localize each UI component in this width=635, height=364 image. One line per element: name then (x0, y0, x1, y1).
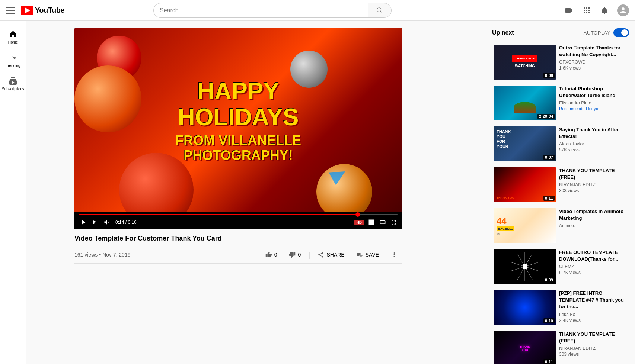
subscriptions-icon (9, 77, 17, 86)
avatar-icon (619, 6, 628, 15)
overlay-line2: HOLIDAYS (175, 104, 301, 130)
rec-info-5: FREE OUTRO TEMPLATE DOWNLOAD(Thanks for.… (559, 249, 628, 284)
deco-ball-2 (74, 65, 141, 132)
video-controls: 0:14 / 0:16 HD (74, 212, 402, 229)
rec-title-7: THANK YOU TEMPLATE (FREE) (559, 331, 628, 344)
rec-info-1: Tutorial Photoshop Underwater Turtle Isl… (559, 86, 628, 120)
video-player[interactable]: HAPPY HOLIDAYS FROM VILLANELLE PHOTOGRAP… (74, 28, 402, 229)
like-button[interactable]: 0 (261, 249, 282, 260)
avatar[interactable] (617, 4, 629, 16)
rec-views-7: 303 views (559, 352, 628, 357)
video-actions: 0 0 | SHARE (261, 249, 402, 260)
rec-info-0: Outro Template Thanks for watching No Co… (559, 45, 628, 80)
theater-button[interactable] (379, 219, 386, 226)
sidebar: Up next AUTOPLAY THANKS FOR WATCHING 0:0… (486, 28, 635, 364)
rec-item-3[interactable]: THANK YOU 0:11 THANK YOU TEMPLATE (FREE)… (492, 166, 629, 204)
rec-channel-7: NIRANJAN EDITZ (559, 346, 628, 351)
rec-item-4[interactable]: 44 EXCELI... 79 Video Templates In Animo… (492, 207, 629, 245)
logo[interactable]: YouTube (21, 6, 64, 15)
rec-channel-5: CLEMZ (559, 264, 628, 269)
rec-duration-6: 0:10 (543, 318, 555, 323)
rec-thumb-4: 44 EXCELI... 79 (494, 208, 556, 243)
nav-home[interactable]: Home (2, 27, 24, 47)
upload-video-button[interactable] (564, 5, 574, 16)
rec-info-6: [PZP] FREE INTRO TEMPLATE #47 // Thank y… (559, 290, 628, 325)
rec-item-5[interactable]: 0:09 FREE OUTRO TEMPLATE DOWNLOAD(Thanks… (492, 248, 629, 286)
up-next-header: Up next AUTOPLAY (492, 28, 629, 37)
menu-button[interactable] (6, 6, 15, 15)
rec-info-3: THANK YOU TEMPLATE (FREE) NIRANJAN EDITZ… (559, 167, 628, 202)
rec-item-2[interactable]: THANKYOUFORYOUR 0:07 Saying Thank You in… (492, 125, 629, 163)
rec-views-5: 6.7K views (559, 270, 628, 275)
thumb-text-0: THANKS FOR WATCHING (512, 55, 537, 69)
nav-trending[interactable]: Trending (2, 50, 24, 71)
rec-item-1[interactable]: 2:29:04 Tutorial Photoshop Underwater Tu… (492, 84, 629, 122)
thumbup-icon (265, 251, 272, 258)
rec-item-6[interactable]: 0:10 [PZP] FREE INTRO TEMPLATE #47 // Th… (492, 289, 629, 326)
skip-button[interactable] (92, 219, 99, 226)
theater-icon (379, 219, 386, 226)
controls-right: HD (354, 219, 398, 226)
rec-thumb-6: 0:10 (494, 290, 556, 325)
trending-icon (9, 53, 17, 62)
rec-info-2: Saying Thank You in After Effects! Alexi… (559, 126, 628, 161)
svg-rect-10 (523, 264, 527, 269)
share-label: SHARE (326, 252, 344, 258)
rec-title-3: THANK YOU TEMPLATE (FREE) (559, 167, 628, 181)
overlay-line3: FROM VILLANELLE (175, 133, 301, 148)
quality-button[interactable]: HD (354, 220, 364, 225)
rec-channel-6: Leka Fx (559, 312, 628, 317)
rec-duration-1: 2:29:04 (537, 114, 555, 119)
video-stats: 161 views • Nov 7, 2019 (74, 252, 130, 258)
rec-duration-0: 0:08 (543, 73, 555, 78)
rec-views-2: 57K views (559, 147, 628, 152)
rec-thumb-0: THANKS FOR WATCHING 0:08 (494, 45, 556, 80)
header-right (564, 4, 629, 16)
rec-views-3: 303 views (559, 188, 628, 193)
recommendations-list: THANKS FOR WATCHING 0:08 Outro Template … (492, 43, 629, 364)
rec-channel-3: NIRANJAN EDITZ (559, 182, 628, 187)
save-label: SAVE (366, 252, 379, 258)
rec-thumb-2: THANKYOUFORYOUR 0:07 (494, 126, 556, 161)
logo-text: YouTube (35, 6, 64, 15)
miniplayer-button[interactable] (368, 219, 375, 226)
save-button[interactable]: SAVE (352, 249, 383, 260)
rec-item-7[interactable]: THANKYOU 0:11 THANK YOU TEMPLATE (FREE) … (492, 329, 629, 364)
video-camera-icon (564, 6, 573, 15)
search-input[interactable] (153, 3, 368, 18)
skip-icon (92, 219, 99, 226)
autoplay-toggle[interactable] (613, 28, 629, 37)
notifications-button[interactable] (599, 5, 610, 16)
rec-item-0[interactable]: THANKS FOR WATCHING 0:08 Outro Template … (492, 43, 629, 81)
save-icon (357, 251, 363, 258)
rec-channel-2: Alexis Taylor (559, 141, 628, 146)
fullscreen-button[interactable] (390, 219, 398, 226)
play-icon (79, 218, 87, 226)
like-count: 0 (274, 252, 277, 258)
rec-title-1: Tutorial Photoshop Underwater Turtle Isl… (559, 86, 628, 99)
up-next-label: Up next (492, 29, 514, 36)
play-button[interactable] (79, 218, 87, 226)
more-button[interactable] (386, 249, 402, 260)
nav-subscriptions[interactable]: Subscriptions (2, 74, 24, 94)
apps-icon (582, 6, 591, 15)
video-title: Video Template For Customer Thank You Ca… (74, 234, 402, 243)
autoplay-area: AUTOPLAY (584, 28, 629, 37)
apps-button[interactable] (581, 5, 592, 16)
volume-button[interactable] (103, 219, 111, 226)
share-button[interactable]: SHARE (313, 249, 349, 260)
rec-title-0: Outro Template Thanks for watching No Co… (559, 45, 628, 58)
bell-icon (600, 6, 609, 15)
rec-duration-5: 0:09 (543, 277, 555, 283)
more-icon (391, 251, 398, 258)
search-button[interactable] (368, 3, 392, 18)
nav-trending-label: Trending (6, 64, 20, 68)
rec-badge-1: Recommended for you (559, 106, 628, 111)
rec-title-6: [PZP] FREE INTRO TEMPLATE #47 // Thank y… (559, 290, 628, 310)
dislike-button[interactable]: 0 (284, 249, 305, 260)
video-section: HAPPY HOLIDAYS FROM VILLANELLE PHOTOGRAP… (0, 28, 486, 364)
header-left: YouTube (6, 6, 64, 15)
rec-title-4: Video Templates In Animoto Marketing (559, 208, 628, 222)
rec-channel-1: Elissandro Pinto (559, 100, 628, 106)
progress-bar[interactable] (79, 214, 398, 215)
